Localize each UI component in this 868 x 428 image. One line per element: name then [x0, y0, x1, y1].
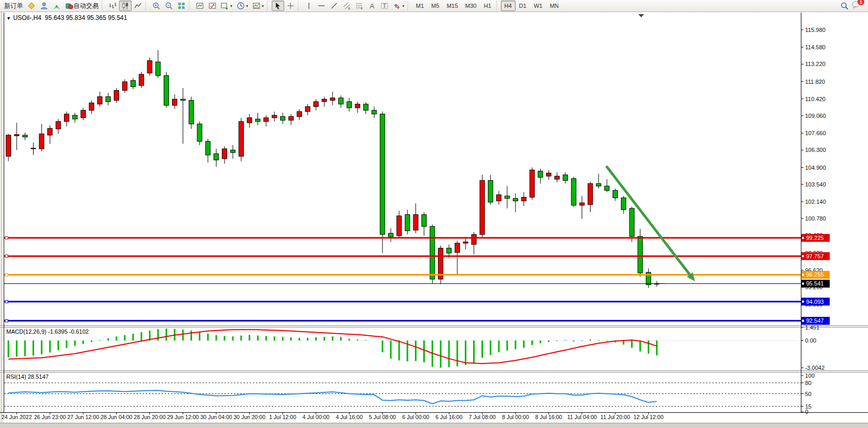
timeframe-button-M5[interactable]: M5 — [427, 1, 443, 11]
gold-diamond-icon[interactable] — [25, 1, 38, 11]
svg-text:102.140: 102.140 — [805, 199, 826, 205]
search-button[interactable] — [838, 1, 851, 11]
autotrading-button[interactable]: 自动交易 — [63, 1, 101, 11]
fibonacci-icon: F — [355, 2, 363, 10]
candlestick-icon — [121, 2, 130, 10]
chevron-down-icon: ▾ — [230, 4, 232, 8]
svg-text:100.780: 100.780 — [805, 215, 826, 222]
svg-text:107.660: 107.660 — [805, 130, 826, 136]
zoom-out-button[interactable] — [163, 1, 175, 11]
svg-text:11 Jul 20:00: 11 Jul 20:00 — [601, 414, 630, 420]
svg-text:50: 50 — [805, 391, 811, 397]
text-label-button[interactable]: T — [378, 1, 391, 11]
svg-text:5 Jul 08:00: 5 Jul 08:00 — [369, 414, 397, 420]
svg-text:7 Jul 08:00: 7 Jul 08:00 — [469, 414, 496, 420]
timeframe-button-W1[interactable]: W1 — [530, 1, 546, 11]
timeframe-button-MN[interactable]: MN — [546, 1, 562, 11]
svg-text:6 Jul 16:00: 6 Jul 16:00 — [435, 414, 463, 420]
chart-ohlc-values: 95.643 95.834 95.365 95.541 — [45, 14, 127, 21]
svg-text:110.420: 110.420 — [805, 96, 826, 102]
toolbar-separator — [298, 1, 302, 10]
svg-text:27 Jun 12:00: 27 Jun 12:00 — [67, 414, 99, 420]
new-order-button[interactable]: 新订单 — [2, 1, 25, 11]
bar-chart-button[interactable] — [106, 1, 119, 11]
main-toolbar: 新订单 自动交易 — [0, 0, 868, 12]
text-button[interactable]: A — [366, 1, 378, 11]
svg-text:12 Jul 12:00: 12 Jul 12:00 — [634, 414, 663, 420]
profile-button[interactable] — [38, 1, 50, 11]
zoom-out-icon — [165, 2, 173, 10]
crosshair-button[interactable] — [284, 1, 297, 11]
line-chart-button[interactable] — [132, 1, 144, 11]
svg-text:100: 100 — [805, 372, 815, 379]
chart-symbol-period: USOil-,H4 — [13, 14, 41, 21]
add-indicator-icon — [221, 2, 229, 10]
svg-text:8 Jul 00:00: 8 Jul 00:00 — [502, 414, 529, 420]
vertical-line-button[interactable] — [303, 1, 315, 11]
toolbar-separator — [189, 1, 192, 10]
timeframe-button-M15[interactable]: M15 — [443, 1, 462, 11]
zoom-in-button[interactable] — [150, 1, 163, 11]
person-icon — [40, 2, 48, 10]
svg-text:30 Jun 04:00: 30 Jun 04:00 — [200, 414, 232, 420]
tile-windows-icon — [177, 2, 186, 10]
cursor-button[interactable] — [272, 1, 284, 11]
periods-button[interactable]: ▾ — [234, 1, 250, 11]
svg-text:99.225: 99.225 — [806, 235, 824, 241]
svg-text:1 Jul 12:00: 1 Jul 12:00 — [269, 414, 296, 420]
svg-text:103.540: 103.540 — [805, 181, 826, 188]
svg-text:97.757: 97.757 — [806, 253, 824, 259]
add-indicator-button[interactable]: ▾ — [219, 1, 234, 11]
svg-text:28 Jun 20:00: 28 Jun 20:00 — [134, 414, 166, 420]
svg-text:8 Jul 16:00: 8 Jul 16:00 — [535, 414, 563, 420]
notification-badge: 1 — [858, 0, 864, 5]
chevron-down-icon: ▾ — [246, 4, 248, 8]
horizontal-line-button[interactable] — [315, 1, 328, 11]
svg-text:4 Jul 00:00: 4 Jul 00:00 — [303, 414, 330, 420]
indicator-window-button[interactable] — [194, 1, 206, 11]
toolbar-separator — [145, 1, 149, 10]
text-icon: A — [368, 2, 376, 10]
chevron-down-icon: ▾ — [262, 4, 264, 8]
svg-text:28 Jun 04:00: 28 Jun 04:00 — [101, 414, 133, 420]
chart-canvas[interactable]: 115.980114.580113.220111.820110.420109.0… — [0, 0, 868, 428]
diamond-icon — [27, 2, 36, 10]
indicator-list-button[interactable] — [206, 1, 219, 11]
timeframe-button-D1[interactable]: D1 — [516, 1, 530, 11]
svg-text:96.255: 96.255 — [806, 271, 824, 278]
text-label-icon: T — [380, 2, 389, 10]
line-chart-icon — [134, 2, 142, 10]
chevron-down-icon: ▼ — [6, 16, 11, 21]
trendline-button[interactable] — [328, 1, 340, 11]
timeframe-toolbar: M1M5M15M30H1H4D1W1MN — [412, 1, 562, 11]
fibonacci-button[interactable]: F — [353, 1, 366, 11]
vertical-line-icon — [305, 2, 313, 10]
svg-text:0: 0 — [805, 409, 808, 415]
arrows-button[interactable]: ▾ — [391, 1, 406, 11]
notifications-button[interactable]: 1 — [851, 1, 861, 11]
svg-text:115.980: 115.980 — [805, 27, 826, 33]
equidistant-channel-button[interactable]: E — [340, 1, 353, 11]
svg-text:114.580: 114.580 — [805, 44, 826, 50]
horizontal-line-icon — [317, 2, 326, 10]
channel-icon: E — [342, 2, 351, 10]
template-icon — [252, 2, 261, 10]
svg-text:111.820: 111.820 — [805, 79, 825, 85]
candlestick-chart-button[interactable] — [119, 1, 132, 11]
chart-title: ▼USOil-,H4 95.643 95.834 95.365 95.541 — [6, 14, 127, 21]
toolbar-separator — [408, 1, 411, 10]
svg-text:F: F — [361, 7, 363, 10]
timeframe-button-M1[interactable]: M1 — [412, 1, 427, 11]
bar-chart-icon — [109, 2, 117, 10]
timeframe-button-H4[interactable]: H4 — [501, 1, 516, 11]
svg-text:E: E — [348, 7, 350, 10]
tile-windows-button[interactable] — [175, 1, 188, 11]
toolbar-separator — [267, 1, 271, 10]
zoom-in-icon — [152, 2, 160, 10]
timeframe-button-H1[interactable]: H1 — [480, 1, 495, 11]
timeframe-button-M30[interactable]: M30 — [462, 1, 480, 11]
svg-text:T: T — [383, 3, 386, 9]
signals-button[interactable] — [50, 1, 63, 11]
svg-text:24 Jun 2022: 24 Jun 2022 — [2, 414, 32, 420]
templates-button[interactable]: ▾ — [250, 1, 266, 11]
